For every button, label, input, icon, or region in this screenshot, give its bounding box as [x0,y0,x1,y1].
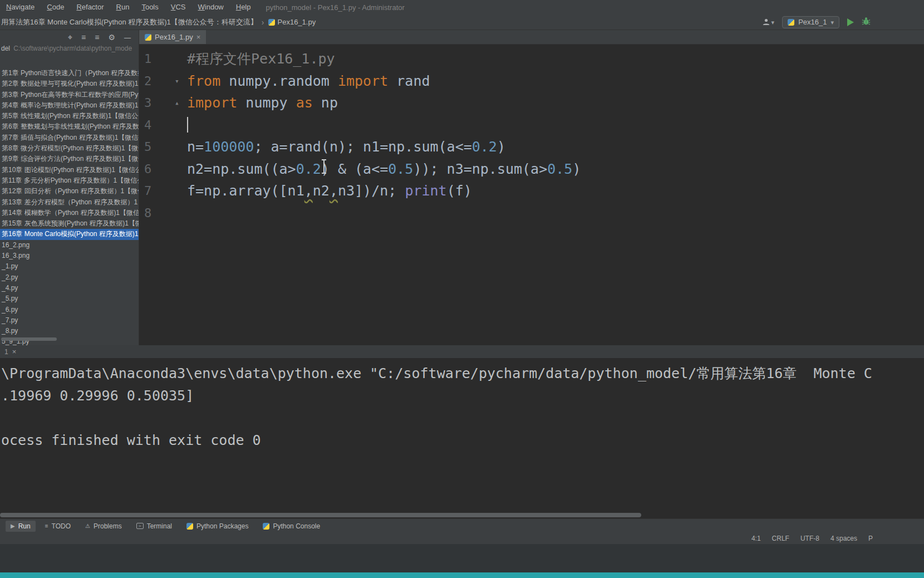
collapse-all-icon[interactable] [95,30,99,45]
bug-icon [862,17,871,26]
tree-item[interactable]: 16_2.png [0,240,139,251]
breadcrumb[interactable]: 用算法第16章 Monte Carlo模拟(Python 程序及数据)1【微信公… [1,17,258,27]
toolwindow-python-packages[interactable]: Python Packages [181,521,253,532]
tree-item[interactable]: 第10章 图论模型(Python 程序及数据)1【微信公众 [0,165,139,175]
menu-window[interactable]: Window [192,0,230,14]
locate-file-icon[interactable] [68,30,72,45]
todo-icon: ≡ [45,523,48,529]
expand-all-icon[interactable] [81,30,86,45]
tree-item[interactable]: 第14章 模糊数学（Python 程序及数据)1【微信公 [0,208,139,218]
tree-item[interactable]: _1.py [0,261,139,272]
line-number: 4 [144,114,151,136]
run-config-name: Pex16_1 [798,18,827,26]
console-hscrollbar[interactable] [0,513,641,517]
taskbar-strip [0,572,924,578]
tree-item[interactable]: 第16章 Monte Carlo模拟(Python 程序及数据)1 [0,229,139,239]
menu-run[interactable]: Run [110,0,136,14]
project-root-row[interactable]: del C:\software\pycharm\data\python_mode [0,45,139,56]
run-config-selector[interactable]: Pex16_1 [782,16,839,28]
code-editor[interactable]: 1#程序文件Pex16_1.py2▾from numpy.random impo… [139,45,924,345]
code-line[interactable]: 2▾from numpy.random import rand [139,70,924,92]
hide-panel-icon[interactable] [124,30,131,45]
run-console-output[interactable]: \ProgramData\Anaconda3\envs\data\python.… [0,358,924,512]
line-number: 8 [144,202,151,224]
tree-item[interactable]: 第9章 综合评价方法(Python 程序及数据)1【微信 [0,154,139,164]
console-line: \ProgramData\Anaconda3\envs\data\python.… [1,363,924,385]
caret-position[interactable]: 4:1 [751,535,761,542]
menu-help[interactable]: Help [230,0,257,14]
code-line[interactable]: 4 [139,114,924,136]
code-line[interactable]: 7f=np.array([n1,n2,n3])/n; print(f) [139,180,924,202]
fold-marker-up[interactable]: ▴ [175,92,179,114]
close-icon[interactable] [196,33,201,41]
sidebar-hscrollbar[interactable] [1,337,57,341]
project-tree: 第1章 Python语言快速入门（Python 程序及数据）第2章 数据处理与可… [0,68,139,345]
indent-style[interactable]: 4 spaces [830,535,857,542]
menu-tools[interactable]: Tools [135,0,164,14]
tree-item[interactable]: _6.py [0,305,139,315]
toolwindow-python-console[interactable]: Python Console [258,521,325,532]
toolwindow-problems[interactable]: ⚠Problems [80,521,127,532]
python-file-icon [145,34,151,41]
menu-code[interactable]: Code [41,0,70,14]
tree-item[interactable]: 16_3.png [0,251,139,261]
code-line[interactable]: 3▴import numpy as np [139,92,924,114]
menu-refactor[interactable]: Refactor [70,0,110,14]
tree-item[interactable]: 第8章 微分方程模型(Python 程序及数据)1【微信 [0,143,139,154]
code-line[interactable]: 1#程序文件Pex16_1.py [139,48,924,70]
menu-bar-items: NavigateCodeRefactorRunToolsVCSWindowHel… [0,0,257,14]
tree-item[interactable]: _2.py [0,272,139,283]
tree-item[interactable]: _7.py [0,315,139,326]
tree-item[interactable]: 第1章 Python语言快速入门（Python 程序及数据） [0,68,139,79]
tree-item[interactable]: _5.py [0,293,139,304]
python-icon [788,19,794,26]
chevron-down-icon [830,18,834,26]
tree-item[interactable]: 第4章 概率论与数理统计(Python 程序及数据)1【 [0,100,139,111]
code-line[interactable]: 8 [139,202,924,224]
tree-item[interactable]: 第11章 多元分析Python 程序及数据）1【微信公 [0,175,139,186]
tree-item[interactable]: 第3章 Python在高等数学和工程数学的应用(Pyth [0,90,139,100]
code-text: n2=np.sum((a>0.2) & (a<=0.5)); n3=np.sum… [187,158,581,180]
toolwindow-terminal[interactable]: >Terminal [131,521,177,532]
line-number: 3 [144,92,151,114]
console-line: ocess finished with exit code 0 [1,429,924,452]
tree-item[interactable]: 第12章 回归分析（Python 程序及数据）1【微信 [0,186,139,197]
debug-button[interactable] [862,17,871,27]
interpreter-partial[interactable]: P [868,535,873,542]
menu-bar: NavigateCodeRefactorRunToolsVCSWindowHel… [0,0,924,14]
line-separator[interactable]: CRLF [772,535,789,542]
toolwindow-run[interactable]: ▶Run [6,521,36,532]
desktop-gap [0,544,924,572]
tree-item[interactable]: _8.py [0,326,139,336]
tree-item[interactable]: 第15章 灰色系统预测(Python 程序及数据)1【微 [0,218,139,229]
run-panel-tab-strip: 1 [0,345,924,358]
code-with-me-icon[interactable] [762,18,775,26]
python-file-icon [268,19,275,26]
navigation-bar: 用算法第16章 Monte Carlo模拟(Python 程序及数据)1【微信公… [0,14,924,30]
menu-navigate[interactable]: Navigate [0,0,41,14]
project-path: C:\software\pycharm\data\python_mode [13,45,132,52]
tree-item[interactable]: 第2章 数据处理与可视化(Python 程序及数据)1【微 [0,79,139,89]
menu-vcs[interactable]: VCS [165,0,192,14]
code-line[interactable]: 6n2=np.sum((a>0.2) & (a<=0.5)); n3=np.su… [139,158,924,180]
tree-item[interactable]: 第7章 插值与拟合(Python 程序及数据)1【微信公 [0,133,139,143]
run-tab-remnant[interactable]: 1 [4,348,8,356]
fold-marker-down[interactable]: ▾ [175,70,179,92]
settings-gear-icon[interactable] [108,30,115,45]
tree-item[interactable]: _4.py [0,283,139,293]
run-toolbar: Pex16_1 [762,16,924,28]
code-line[interactable]: 5n=100000; a=rand(n); n1=np.sum(a<=0.2) [139,136,924,158]
run-button[interactable] [847,18,854,26]
breadcrumb-file[interactable]: Pex16_1.py [278,18,316,26]
tree-item[interactable]: 第13章 差分方程模型（Python 程序及数据）1【 [0,197,139,208]
file-encoding[interactable]: UTF-8 [800,535,819,542]
toolwindow-todo[interactable]: ≡TODO [40,521,76,532]
tab-pex16-1[interactable]: Pex16_1.py [139,30,206,44]
chevron-right-icon [258,18,268,27]
line-number: 5 [144,136,151,158]
code-text: #程序文件Pex16_1.py [187,48,335,70]
tree-item[interactable]: 第5章 线性规划(Python 程序及数据)1【微信公众 [0,111,139,121]
close-icon[interactable] [12,347,17,356]
tree-item[interactable]: 第6章 整数规划与非线性规划(Python 程序及数据 [0,121,139,132]
code-text: n=100000; a=rand(n); n1=np.sum(a<=0.2) [187,136,505,158]
